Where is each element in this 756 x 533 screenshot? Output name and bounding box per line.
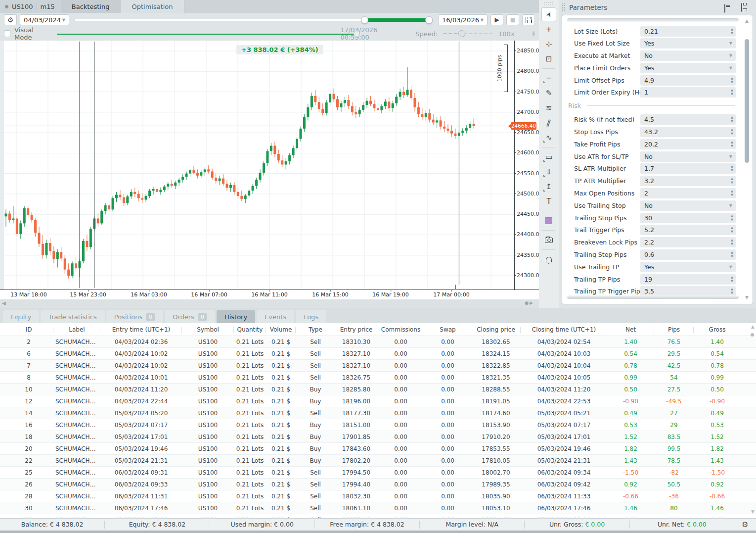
- tab-logs[interactable]: Logs: [296, 310, 326, 323]
- spinner-arrows-icon[interactable]: ▲▼: [731, 214, 733, 222]
- anchor-frame-icon[interactable]: ⊡: [542, 52, 556, 65]
- scroll-thumb[interactable]: [751, 333, 754, 337]
- column-header[interactable]: Closing time (UTC+1): [521, 326, 607, 333]
- color-swatch-icon[interactable]: [542, 214, 556, 227]
- table-row[interactable]: 30SCHUMACHER IS...06/03/2024 17:46US1000…: [0, 502, 756, 514]
- parameter-select-19[interactable]: Yes▼: [640, 262, 736, 272]
- parameter-input-13[interactable]: 2▲▼: [640, 188, 736, 198]
- parameter-input-16[interactable]: 5.2▲▼: [640, 225, 736, 235]
- spinner-arrows-icon[interactable]: ▲▼: [731, 115, 733, 123]
- chevron-down-icon[interactable]: ▼: [729, 53, 732, 58]
- undock-panel-button[interactable]: [724, 3, 734, 11]
- parameter-input-5[interactable]: 1▲▼: [640, 87, 736, 97]
- dot-crosshair-icon[interactable]: ⊹: [542, 38, 556, 50]
- spinner-arrows-icon[interactable]: ▲▼: [731, 275, 733, 283]
- parameter-input-8[interactable]: 43.2▲▼: [640, 127, 736, 137]
- symbol-box[interactable]: US100 m15: [0, 0, 61, 13]
- scroll-up-icon[interactable]: ▲: [745, 18, 749, 23]
- parameter-select-2[interactable]: No▼: [640, 50, 736, 61]
- parameter-input-11[interactable]: 1.7▲▼: [640, 163, 736, 174]
- candlestick-chart[interactable]: [4, 41, 514, 290]
- tab-backtesting[interactable]: Backtesting: [61, 0, 121, 13]
- spinner-arrows-icon[interactable]: ▲▼: [731, 88, 733, 96]
- end-date-picker[interactable]: 16/03/2026 ▼: [438, 14, 488, 25]
- column-header[interactable]: Volume: [266, 326, 296, 333]
- stop-button[interactable]: ■: [506, 14, 519, 25]
- tab-orders[interactable]: Orders0: [165, 310, 215, 323]
- chart-area[interactable]: 24300.0024350.0024400.0024450.0024500.00…: [0, 41, 539, 290]
- time-axis[interactable]: 13 Mar 18:0015 Mar 23:0016 Mar 03:0016 M…: [0, 290, 539, 299]
- table-row[interactable]: 25SCHUMACHER IS...06/03/2024 09:31US1000…: [0, 467, 756, 479]
- parameter-input-4[interactable]: 4.9▲▼: [640, 75, 736, 86]
- column-header[interactable]: Quantity: [234, 326, 266, 333]
- table-row[interactable]: 12SCHUMACHER IS...04/03/2024 22:44US1000…: [0, 395, 756, 407]
- progress-handle[interactable]: [354, 31, 360, 37]
- spinner-arrows-icon[interactable]: ▲▼: [731, 287, 733, 295]
- parameter-input-7[interactable]: 4.5▲▼: [640, 114, 736, 125]
- scroll-down-icon[interactable]: ▼: [751, 509, 755, 514]
- table-row[interactable]: 22SCHUMACHER IS...05/03/2024 21:31US1000…: [0, 455, 756, 467]
- parameter-input-18[interactable]: 0.6▲▼: [640, 249, 736, 260]
- parameter-select-1[interactable]: Yes▼: [640, 38, 736, 48]
- spinner-arrows-icon[interactable]: ▲▼: [731, 27, 733, 35]
- column-header[interactable]: Net: [607, 326, 654, 333]
- play-button[interactable]: ▶: [490, 14, 503, 25]
- column-header[interactable]: Gross: [694, 326, 741, 333]
- spinner-arrows-icon[interactable]: ▲▼: [731, 250, 733, 258]
- parameter-input-17[interactable]: 2.2▲▼: [640, 237, 736, 247]
- parameter-input-9[interactable]: 20.2▲▼: [640, 139, 736, 149]
- panel-grip[interactable]: [562, 3, 565, 12]
- table-row[interactable]: 6SCHUMACHER IS...04/03/2024 10:02US1000.…: [0, 348, 756, 360]
- arrow-down-icon[interactable]: ⇩: [542, 165, 556, 178]
- start-date-picker[interactable]: 04/03/2024 ▼: [20, 14, 69, 25]
- save-parameters-button[interactable]: [741, 3, 751, 11]
- scroll-left-icon[interactable]: ◀: [2, 300, 6, 306]
- date-range-slider[interactable]: [74, 14, 433, 25]
- table-row[interactable]: 28SCHUMACHER IS...06/03/2024 11:31US1000…: [0, 490, 756, 502]
- speed-stepper[interactable]: ▲▼: [533, 31, 535, 37]
- cursor-icon[interactable]: ➤: [542, 8, 556, 21]
- spinner-arrows-icon[interactable]: ▲▼: [731, 238, 733, 246]
- parameter-select-14[interactable]: No▼: [640, 200, 736, 211]
- tab-positions[interactable]: Positions0: [106, 310, 163, 323]
- tab-events[interactable]: Events: [257, 310, 294, 323]
- column-header[interactable]: ID: [4, 326, 53, 333]
- column-header[interactable]: Symbol: [182, 326, 234, 333]
- playback-progress[interactable]: [57, 30, 334, 37]
- column-header[interactable]: Entry price: [335, 326, 377, 333]
- column-header[interactable]: Closing price: [471, 326, 521, 333]
- tab-equity[interactable]: Equity: [3, 310, 39, 323]
- table-row[interactable]: 8SCHUMACHER IS...04/03/2024 10:01US1000.…: [0, 372, 756, 384]
- chevron-down-icon[interactable]: ▼: [729, 265, 732, 269]
- column-header[interactable]: Type: [296, 326, 335, 333]
- spinner-arrows-icon[interactable]: ▲▼: [731, 164, 733, 172]
- price-axis[interactable]: 24300.0024350.0024400.0024450.0024500.00…: [515, 41, 539, 290]
- table-row[interactable]: 26SCHUMACHER IS...06/03/2024 09:33US1000…: [0, 479, 756, 490]
- table-row[interactable]: 32SCHUMACHER IS...07/03/2024 13:04US1000…: [0, 514, 756, 518]
- chevron-down-icon[interactable]: ▼: [729, 41, 732, 46]
- table-row[interactable]: 10SCHUMACHER IS...04/03/2024 11:20US1000…: [0, 384, 756, 395]
- table-header-row[interactable]: IDLabelEntry time (UTC+1)SymbolQuantityV…: [0, 323, 756, 336]
- table-row[interactable]: 18SCHUMACHER IS...05/03/2024 17:01US1000…: [0, 431, 756, 443]
- table-row[interactable]: 14SCHUMACHER IS...05/03/2024 05:20US1000…: [0, 407, 756, 419]
- parallel-channel-icon[interactable]: ∥: [542, 116, 556, 129]
- projection-icon[interactable]: ↥: [542, 180, 556, 193]
- tab-optimisation[interactable]: Optimisation: [121, 0, 184, 13]
- speed-slider[interactable]: [444, 30, 492, 37]
- column-header[interactable]: Pips: [654, 326, 694, 333]
- parameter-input-15[interactable]: 30▲▼: [640, 213, 736, 223]
- range-handle-end[interactable]: [425, 16, 433, 24]
- pencil-icon[interactable]: ✎: [542, 87, 556, 99]
- chevron-down-icon[interactable]: ▼: [729, 154, 732, 159]
- spinner-arrows-icon[interactable]: ▲▼: [731, 76, 733, 84]
- spinner-arrows-icon[interactable]: ▲▼: [731, 177, 733, 185]
- table-scrollbar[interactable]: ▲ ▼: [749, 324, 755, 516]
- trend-line-icon[interactable]: ─: [542, 72, 556, 85]
- scroll-end-icon[interactable]: ●▶: [525, 300, 534, 305]
- crosshair-icon[interactable]: +: [542, 23, 556, 36]
- parameter-input-20[interactable]: 19▲▼: [640, 274, 736, 285]
- column-header[interactable]: Label: [53, 326, 100, 333]
- spinner-arrows-icon[interactable]: ▲▼: [731, 140, 733, 148]
- spinner-arrows-icon[interactable]: ▲▼: [731, 189, 733, 197]
- table-row[interactable]: 16SCHUMACHER IS...05/03/2024 07:17US1000…: [0, 419, 756, 431]
